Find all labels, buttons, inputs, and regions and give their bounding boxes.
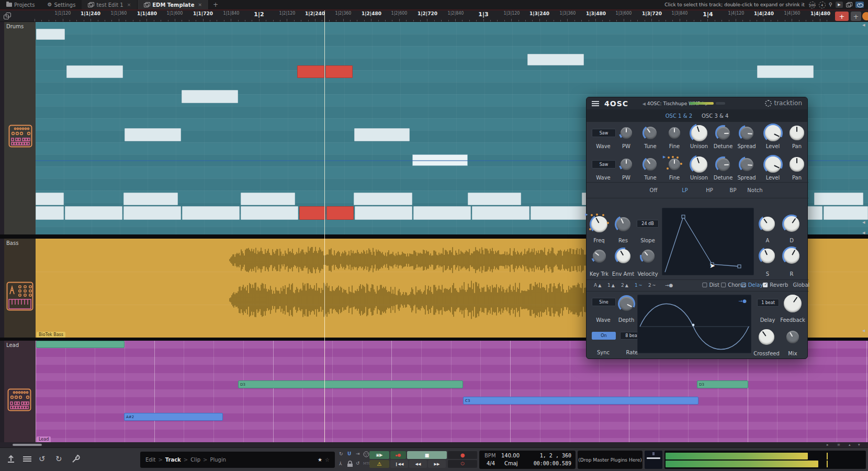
knob-crossfeed[interactable]	[757, 328, 776, 346]
sync-icon[interactable]: ↻	[339, 451, 343, 456]
knob-fine[interactable]: ▶	[667, 157, 682, 172]
drum-step-clip[interactable]	[182, 206, 240, 220]
filter-type-notch[interactable]: Notch	[747, 187, 762, 193]
effect-toggle-delay[interactable]: Delay	[741, 282, 763, 288]
warning-button[interactable]: ⚠	[369, 460, 389, 468]
playhead-cursor[interactable]	[324, 10, 325, 442]
count-badge[interactable]: 4	[819, 2, 826, 8]
knob-tune[interactable]	[642, 125, 658, 141]
track-resize-arrow[interactable]: ◀	[862, 329, 865, 333]
drum-clip[interactable]	[125, 128, 181, 141]
drum-machine-icon[interactable]	[8, 125, 32, 148]
drum-step-clip[interactable]	[123, 206, 181, 220]
tempo-position-panel[interactable]: BPM 140.00 1, 2 , 360 4/4 Cmaj 00:00:00.…	[479, 451, 576, 469]
osc2-wave-button[interactable]: Saw	[592, 160, 616, 169]
knob-env-amt[interactable]	[615, 248, 632, 265]
knob-level[interactable]	[763, 124, 783, 143]
clip-tag-lead[interactable]: Lead	[37, 436, 51, 442]
favorite-star-off-icon[interactable]: ☆	[325, 457, 330, 463]
lfo-wave-button[interactable]: Sine	[592, 298, 616, 306]
drum-step-clip[interactable]	[241, 206, 298, 220]
drum-step-clip[interactable]	[824, 206, 868, 220]
knob-pw[interactable]	[619, 157, 634, 172]
wrench-icon[interactable]	[71, 454, 81, 464]
slip-tool-icon[interactable]: Y	[339, 461, 342, 466]
knob-freq[interactable]: ▶	[590, 215, 609, 234]
clip-tag-bass[interactable]: BioTek Bass	[37, 332, 65, 338]
go-to-start-button[interactable]: ❙◀◀	[390, 460, 408, 468]
mod-source-route-→●[interactable]: →●	[665, 283, 673, 288]
knob-depth[interactable]	[618, 295, 635, 312]
knob-pan[interactable]	[788, 155, 806, 173]
drum-step-clip[interactable]	[65, 206, 122, 220]
add-button-secondary[interactable]: +	[851, 12, 861, 21]
abort-button[interactable]: ⏻	[448, 460, 477, 468]
drum-clip[interactable]	[354, 128, 410, 141]
master-fader[interactable]	[645, 451, 662, 469]
snap-magnet-icon[interactable]: U	[347, 451, 351, 456]
time-signature[interactable]: 4/4	[487, 461, 495, 466]
stop-button[interactable]: ■	[407, 451, 447, 459]
timeline-ruler[interactable]: 1|1|1201|1|2401|1|3601|1|4801|1|6001|1|7…	[0, 10, 868, 22]
midi-note-a-2[interactable]: A#2	[124, 413, 223, 421]
key-signature[interactable]: Cmaj	[504, 461, 518, 466]
rewind-button[interactable]: ◀◀	[409, 460, 427, 468]
horizontal-scrollbar[interactable]	[0, 442, 868, 447]
drum-clip[interactable]	[527, 54, 584, 65]
drum-step-clip[interactable]	[814, 193, 863, 205]
knob-r[interactable]	[782, 246, 801, 265]
filter-type-hp[interactable]: HP	[706, 187, 713, 193]
settings-button[interactable]: ⚙ Settings	[41, 0, 82, 9]
breadcrumb-edit[interactable]: Edit	[145, 457, 155, 463]
scroll-menu-icon[interactable]: ≡	[837, 443, 840, 447]
fast-forward-button[interactable]: ▶▶	[428, 460, 446, 468]
knob-level[interactable]	[763, 155, 783, 174]
knob-tune[interactable]	[642, 156, 658, 172]
drum-clip[interactable]	[66, 65, 123, 78]
midi-icon[interactable]	[363, 451, 369, 457]
drum-step-clip[interactable]	[326, 206, 354, 220]
record-arm-button[interactable]: ▪●	[390, 451, 406, 459]
mod-source-lfo-2[interactable]: 2~	[648, 283, 656, 288]
drum-step-clip[interactable]	[354, 193, 412, 205]
filter-type-off[interactable]: Off	[650, 187, 658, 193]
track-resize-arrow[interactable]: ◀	[862, 23, 865, 27]
export-icon[interactable]	[6, 454, 16, 464]
play-window-icon[interactable]: ▶	[836, 2, 843, 8]
menu-icon[interactable]	[23, 456, 31, 462]
ruler-corner-icon[interactable]	[4, 13, 11, 19]
windows-icon[interactable]	[846, 2, 852, 7]
timecode[interactable]: 00:00:00.589	[534, 461, 571, 466]
drum-clip[interactable]	[36, 29, 65, 40]
filter-type-lp[interactable]: LP	[682, 187, 688, 193]
drum-step-clip[interactable]	[472, 206, 529, 220]
scroll-up-icon[interactable]: ▴	[849, 443, 851, 447]
midi-note-c3[interactable]: C3	[463, 397, 698, 405]
filter-slope-display[interactable]: 24 dB	[637, 220, 659, 228]
effect-toggle-dist[interactable]: Dist	[702, 282, 719, 288]
play-button[interactable]: ▣▶	[369, 451, 389, 459]
knob-unison[interactable]	[690, 155, 709, 174]
punch-icon[interactable]: ⇥	[356, 451, 360, 456]
osc1-wave-button[interactable]: Saw	[592, 129, 616, 137]
bar-beat-position[interactable]: 1, 2 , 360	[540, 453, 571, 458]
drum-clip[interactable]	[297, 65, 324, 78]
redo-icon[interactable]: ↻	[55, 454, 62, 464]
drum-step-clip[interactable]	[413, 206, 471, 220]
master-plugin-drop-zone[interactable]: (Drop Master Plugins Here)	[578, 451, 642, 469]
drum-step-clip[interactable]	[36, 193, 64, 205]
knob-key-trk[interactable]	[591, 248, 607, 264]
add-track-button[interactable]: +	[835, 12, 849, 21]
drum-step-clip[interactable]	[36, 206, 64, 220]
lfo-sync-button[interactable]: On	[592, 332, 616, 340]
drum-machine-icon[interactable]	[7, 388, 31, 411]
delay-time-display[interactable]: 1 beat	[757, 299, 779, 307]
effect-toggle-reverb[interactable]: Reverb	[763, 282, 788, 288]
track-resize-arrow[interactable]: ◀	[862, 220, 865, 225]
knob-detune[interactable]	[715, 156, 731, 173]
tab-test-edit-1[interactable]: test Edit 1 ×	[82, 0, 138, 9]
knob-spread[interactable]	[739, 156, 755, 173]
mod-source-lfo-1[interactable]: 1~	[635, 283, 642, 288]
mod-source-env-A[interactable]: A▲	[594, 283, 601, 288]
drum-step-clip[interactable]	[531, 206, 588, 220]
